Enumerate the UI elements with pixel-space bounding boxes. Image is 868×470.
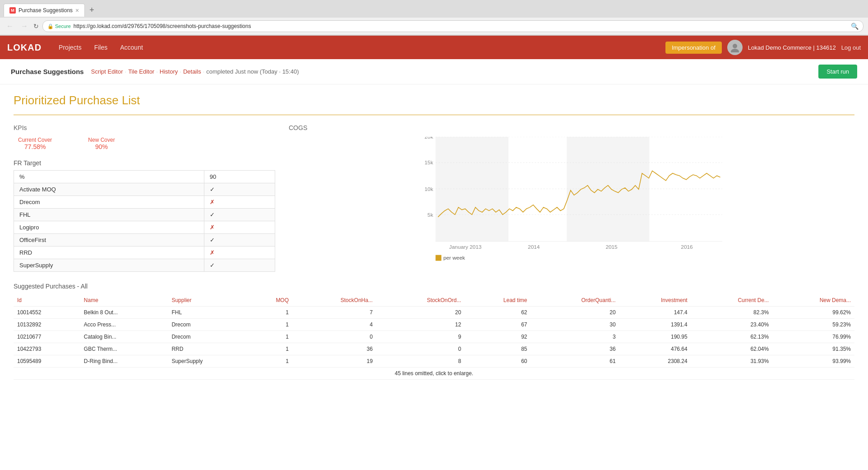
impersonation-badge[interactable]: Impersonation of [665, 42, 722, 54]
user-info: Lokad Demo Commerce | 134612 [748, 44, 836, 51]
history-link[interactable]: History [160, 68, 178, 75]
table-column-header[interactable]: Current De... [691, 294, 772, 307]
tab-bar: M Purchase Suggestions × + [0, 0, 868, 18]
table-column-header[interactable]: Investment [619, 294, 691, 307]
table-cell: 8 [376, 355, 465, 368]
nav-account[interactable]: Account [114, 37, 149, 58]
table-cell: 3 [531, 331, 619, 343]
table-row[interactable]: 10210677Catalog Bin...Drecom109923190.95… [14, 331, 854, 343]
table-cell: 1 [249, 343, 292, 355]
cogs-section: COGS 20k 15k 10k 5k [289, 124, 854, 272]
details-link[interactable]: Details [183, 68, 201, 75]
table-cell: 1 [249, 355, 292, 368]
svg-text:5k: 5k [428, 212, 434, 218]
fr-table-row: FHL✓ [14, 209, 275, 221]
table-cell: 20 [376, 307, 465, 319]
table-column-header[interactable]: MOQ [249, 294, 292, 307]
table-footer: 45 lines omitted, click to enlarge. [14, 368, 854, 380]
table-cell: 1 [249, 331, 292, 343]
table-cell: SuperSupply [168, 355, 249, 368]
table-cell: 476.64 [619, 343, 691, 355]
new-tab-button[interactable]: + [85, 3, 99, 18]
table-cell: 1 [249, 307, 292, 319]
script-editor-link[interactable]: Script Editor [91, 68, 123, 75]
active-tab[interactable]: M Purchase Suggestions × [4, 4, 85, 17]
table-column-header[interactable]: Supplier [168, 294, 249, 307]
table-cell: 99.62% [772, 307, 854, 319]
svg-text:10k: 10k [425, 186, 433, 192]
header-right: Impersonation of Lokad Demo Commerce | 1… [665, 40, 861, 55]
table-cell: 10014552 [14, 307, 80, 319]
tile-editor-link[interactable]: Tile Editor [128, 68, 154, 75]
fr-row-name: SuperSupply [14, 259, 204, 272]
table-cell: 10132892 [14, 319, 80, 331]
table-column-header[interactable]: Name [80, 294, 168, 307]
fr-target-label: FR Target [14, 159, 275, 167]
nav-files[interactable]: Files [88, 37, 114, 58]
fr-row-value: 90 [204, 171, 275, 183]
purchases-table[interactable]: IdNameSupplierMOQStockOnHa...StockOnOrd.… [14, 294, 854, 380]
table-row[interactable]: 10014552Belkin 8 Out...FHL17206220147.48… [14, 307, 854, 319]
cogs-chart: 20k 15k 10k 5k January 2013 2014 2015 20… [289, 137, 854, 263]
tab-favicon: M [9, 7, 16, 14]
table-cell: 67 [465, 319, 531, 331]
table-cell: 19 [292, 355, 376, 368]
logo: LOKAD [7, 42, 42, 53]
fr-row-name: Drecom [14, 196, 204, 209]
table-cell: 2308.24 [619, 355, 691, 368]
address-bar: ← → ↻ 🔒 Secure https://go.lokad.com/d/29… [0, 18, 868, 35]
lock-icon: 🔒 [47, 23, 54, 29]
fr-row-value: ✓ [204, 259, 275, 272]
table-cell: Drecom [168, 319, 249, 331]
table-cell: 76.99% [772, 331, 854, 343]
table-column-header[interactable]: OrderQuanti... [531, 294, 619, 307]
back-button[interactable]: ← [5, 21, 15, 31]
start-run-button[interactable]: Start run [818, 65, 857, 79]
table-cell: 60 [465, 355, 531, 368]
svg-rect-2 [435, 137, 508, 242]
fr-table-row: OfficeFirst✓ [14, 234, 275, 247]
sub-header: Purchase Suggestions Script Editor · Til… [0, 59, 868, 84]
table-cell: 1 [249, 319, 292, 331]
logout-button[interactable]: Log out [841, 44, 861, 51]
table-column-header[interactable]: StockOnOrd... [376, 294, 465, 307]
table-cell: 10422793 [14, 343, 80, 355]
svg-text:January 2013: January 2013 [449, 244, 482, 250]
table-column-header[interactable]: Lead time [465, 294, 531, 307]
suggested-purchases: Suggested Purchases - All IdNameSupplier… [14, 283, 854, 380]
svg-rect-3 [567, 137, 649, 242]
app-header: LOKAD Projects Files Account Impersonati… [0, 36, 868, 59]
fr-row-value: ✓ [204, 183, 275, 196]
tab-close-icon[interactable]: × [75, 7, 79, 14]
table-cell: 82.3% [691, 307, 772, 319]
table-cell: 85 [465, 343, 531, 355]
table-cell: 62.04% [691, 343, 772, 355]
search-icon: 🔍 [851, 23, 859, 30]
nav-projects[interactable]: Projects [52, 37, 88, 58]
table-cell: Catalog Bin... [80, 331, 168, 343]
table-cell: 20 [531, 307, 619, 319]
table-row[interactable]: 10595489D-Ring Bind...SuperSupply1198606… [14, 355, 854, 368]
table-cell: 62.13% [691, 331, 772, 343]
table-row[interactable]: 10132892Acco Press...Drecom141267301391.… [14, 319, 854, 331]
table-cell: 31.93% [691, 355, 772, 368]
forward-button[interactable]: → [19, 21, 30, 31]
svg-text:2016: 2016 [681, 244, 693, 250]
table-row[interactable]: 10422793GBC Therm...RRD13608536476.6462.… [14, 343, 854, 355]
table-column-header[interactable]: Id [14, 294, 80, 307]
table-cell: GBC Therm... [80, 343, 168, 355]
table-column-header[interactable]: New Dema... [772, 294, 854, 307]
main-nav: Projects Files Account [52, 37, 149, 58]
table-cell: 10595489 [14, 355, 80, 368]
table-cell: 59.23% [772, 319, 854, 331]
url-bar[interactable]: 🔒 Secure https://go.lokad.com/d/29765/17… [42, 20, 863, 32]
table-cell: 36 [531, 343, 619, 355]
new-cover: New Cover 90% [88, 137, 115, 150]
reload-button[interactable]: ↻ [33, 23, 39, 30]
avatar [727, 40, 743, 55]
table-cell: Acco Press... [80, 319, 168, 331]
status-text: completed Just now (Today · 15:40) [206, 68, 299, 75]
table-column-header[interactable]: StockOnHa... [292, 294, 376, 307]
fr-table-row: RRD✗ [14, 247, 275, 259]
fr-row-value: ✗ [204, 196, 275, 209]
